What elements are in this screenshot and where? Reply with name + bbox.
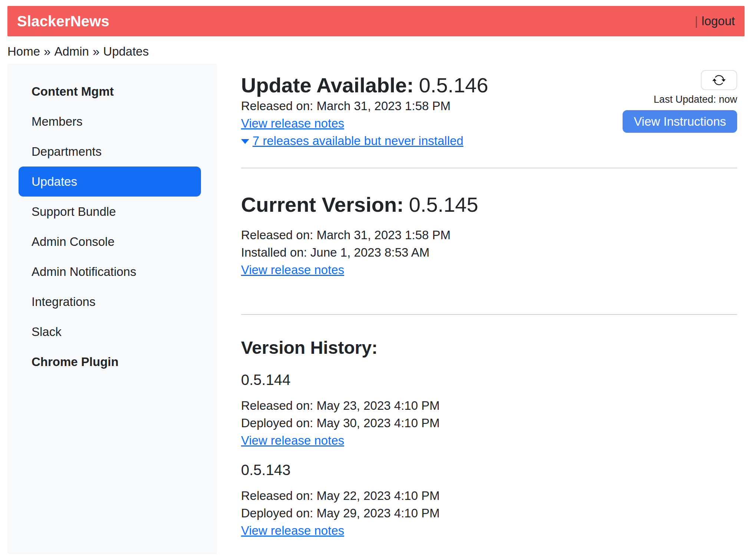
sidebar-item-members[interactable]: Members [7,106,217,136]
history-deployed-on: Deployed on: May 30, 2023 4:10 PM [241,414,737,432]
update-available-label: Update Available: [241,73,414,97]
logout-separator: | [695,14,698,28]
breadcrumb-separator: » [44,45,50,58]
breadcrumb-updates[interactable]: Updates [103,45,149,58]
sidebar: Content Mgmt Members Departments Updates… [7,64,217,554]
sidebar-item-chrome-plugin[interactable]: Chrome Plugin [7,347,217,377]
main-content: Update Available:0.5.146 Released on: Ma… [217,64,745,539]
version-history-entry: 0.5.143 Released on: May 22, 2023 4:10 P… [241,461,737,539]
logout-area: | logout [695,14,735,28]
section-divider [241,168,737,168]
history-released-on: Released on: May 22, 2023 4:10 PM [241,487,737,504]
sidebar-item-departments[interactable]: Departments [7,136,217,167]
breadcrumb-home[interactable]: Home [7,45,40,58]
history-release-notes-link[interactable]: View release notes [241,522,344,539]
releases-toggle-link[interactable]: 7 releases available but never installed [253,132,464,149]
history-released-on: Released on: May 23, 2023 4:10 PM [241,397,737,414]
current-installed-on: Installed on: June 1, 2023 8:53 AM [241,244,737,261]
current-version-section: Current Version:0.5.145 Released on: Mar… [241,193,737,279]
sidebar-item-slack[interactable]: Slack [7,317,217,347]
update-available-version: 0.5.146 [419,73,488,97]
logout-link[interactable]: logout [702,14,735,28]
update-available-title: Update Available:0.5.146 [241,73,488,97]
sidebar-item-admin-notifications[interactable]: Admin Notifications [7,257,217,287]
breadcrumb-admin[interactable]: Admin [54,45,89,58]
current-version-number: 0.5.145 [409,193,478,216]
refresh-icon [712,73,726,87]
view-instructions-button[interactable]: View Instructions [623,110,737,133]
current-released-on: Released on: March 31, 2023 1:58 PM [241,226,737,244]
sidebar-item-admin-console[interactable]: Admin Console [7,227,217,257]
refresh-button[interactable] [701,70,737,90]
version-history-section: Version History: 0.5.144 Released on: Ma… [241,337,737,539]
update-actions: Last Updated: now View Instructions [623,64,737,133]
version-history-title: Version History: [241,337,737,358]
caret-down-icon [241,139,249,144]
history-version-number: 0.5.143 [241,461,737,479]
brand-logo[interactable]: SlackerNews [17,13,109,30]
update-released-on: Released on: March 31, 2023 1:58 PM [241,97,488,115]
current-release-notes-link[interactable]: View release notes [241,261,344,279]
releases-toggle-row: 7 releases available but never installed [241,132,488,149]
app-header: SlackerNews | logout [7,6,745,36]
current-version-label: Current Version: [241,193,404,216]
sidebar-item-support-bundle[interactable]: Support Bundle [7,197,217,227]
sidebar-item-content-mgmt[interactable]: Content Mgmt [7,76,217,106]
history-release-notes-link[interactable]: View release notes [241,432,344,449]
history-deployed-on: Deployed on: May 29, 2023 4:10 PM [241,504,737,522]
history-version-number: 0.5.144 [241,371,737,389]
page: SlackerNews | logout Home»Admin»Updates … [0,0,752,554]
version-history-entry: 0.5.144 Released on: May 23, 2023 4:10 P… [241,371,737,449]
breadcrumb-separator: » [93,45,99,58]
update-available-section: Update Available:0.5.146 Released on: Ma… [241,64,488,149]
sidebar-item-integrations[interactable]: Integrations [7,287,217,317]
update-release-notes-link[interactable]: View release notes [241,115,344,132]
sidebar-item-updates[interactable]: Updates [19,167,201,197]
current-version-title: Current Version:0.5.145 [241,193,737,217]
content-layout: Content Mgmt Members Departments Updates… [7,64,745,554]
last-updated-text: Last Updated: now [654,94,737,105]
section-divider [241,314,737,315]
breadcrumb: Home»Admin»Updates [7,36,745,64]
